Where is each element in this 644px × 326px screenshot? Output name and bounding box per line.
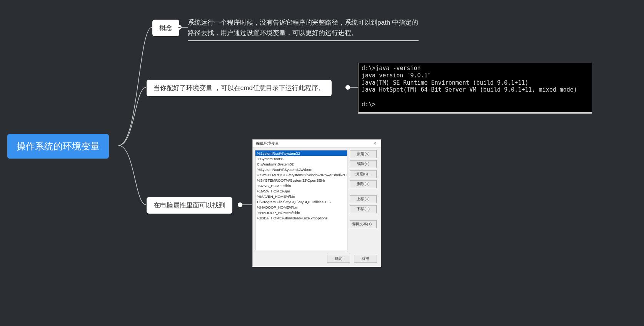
dialog-button-column: 新建(N) 编辑(E) 浏览(B)... 删除(D) 上移(U) 下移(O) 编… — [350, 150, 377, 250]
path-listbox[interactable]: %SystemRoot%\system32 %SystemRoot% C:\Wi… — [255, 150, 347, 250]
concept-desc-text: 系统运行一个程序时候，没有告诉它程序的完整路径，系统可以到path 中指定的路径… — [188, 19, 418, 37]
list-item[interactable]: %SystemRoot%\system32 — [255, 150, 347, 156]
list-item[interactable]: %IDEA_HOME%\bin\idea64.exe.vmoptions — [255, 215, 347, 221]
concept-desc: 系统运行一个程序时候，没有告诉它程序的完整路径，系统可以到path 中指定的路径… — [188, 17, 419, 41]
moveup-button[interactable]: 上移(U) — [350, 195, 377, 203]
list-item[interactable]: %HADOOP_HOME%\sbin — [255, 210, 347, 215]
cancel-button[interactable]: 取消 — [354, 255, 377, 263]
browse-button[interactable]: 浏览(B)... — [350, 170, 377, 178]
edit-button[interactable]: 编辑(E) — [350, 160, 377, 168]
mindmap-canvas[interactable]: 操作系统的环境变量 概念 系统运行一个程序时候，没有告诉它程序的完整路径，系统可… — [0, 0, 644, 326]
delete-button[interactable]: 删除(D) — [350, 180, 377, 188]
new-button[interactable]: 新建(N) — [350, 150, 377, 158]
branch-properties-label: 在电脑属性里面可以找到 — [153, 202, 225, 209]
branch-concept-label: 概念 — [159, 24, 172, 32]
terminal-text: d:\>java -version java version "9.0.1" J… — [362, 65, 577, 108]
ok-button[interactable]: 确定 — [327, 255, 350, 263]
movedown-button[interactable]: 下移(O) — [350, 205, 377, 213]
list-item[interactable]: %JAVA_HOME%\jar — [255, 188, 347, 194]
dialog-titlebar[interactable]: 编辑环境变量 × — [253, 140, 381, 148]
branch-properties[interactable]: 在电脑属性里面可以找到 — [147, 197, 232, 214]
list-item[interactable]: C:\Program Files\MySQL\MySQL Utilities 1… — [255, 199, 347, 204]
spacer — [350, 190, 377, 193]
expand-dot-icon[interactable] — [345, 85, 350, 90]
expand-dot-icon[interactable] — [238, 202, 242, 207]
branch-cmd[interactable]: 当你配好了环境变量 ，可以在cmd任意目录下运行此程序。 — [147, 80, 332, 96]
list-item[interactable]: %MAVEN_HOME%\bin — [255, 194, 347, 199]
root-node[interactable]: 操作系统的环境变量 — [7, 134, 109, 159]
list-item[interactable]: %JAVA_HOME%\bin — [255, 183, 347, 188]
list-item[interactable]: %SystemRoot%\System32\Wbem — [255, 167, 347, 172]
branch-cmd-label: 当你配好了环境变量 ，可以在cmd任意目录下运行此程序。 — [153, 84, 325, 92]
terminal-output: d:\>java -version java version "9.0.1" J… — [358, 63, 592, 114]
root-title: 操作系统的环境变量 — [17, 141, 100, 151]
list-item[interactable]: %SYSTEMROOT%\System32\OpenSSH\ — [255, 177, 347, 183]
close-icon[interactable]: × — [372, 141, 378, 146]
edit-text-button[interactable]: 编辑文本(T)... — [350, 220, 377, 228]
spacer — [350, 215, 377, 218]
list-item[interactable]: C:\Windows\System32 — [255, 161, 347, 167]
dialog-footer: 确定 取消 — [253, 252, 381, 266]
env-var-dialog: 编辑环境变量 × %SystemRoot%\system32 %SystemRo… — [252, 139, 381, 267]
expand-dot-icon[interactable] — [177, 25, 182, 30]
list-item[interactable]: %SYSTEMROOT%\System32\WindowsPowerShell\… — [255, 172, 347, 177]
list-item[interactable]: %HADOOP_HOME%\bin — [255, 204, 347, 210]
dialog-title: 编辑环境变量 — [256, 141, 279, 146]
list-item[interactable]: %SystemRoot% — [255, 156, 347, 161]
branch-concept[interactable]: 概念 — [152, 20, 179, 36]
